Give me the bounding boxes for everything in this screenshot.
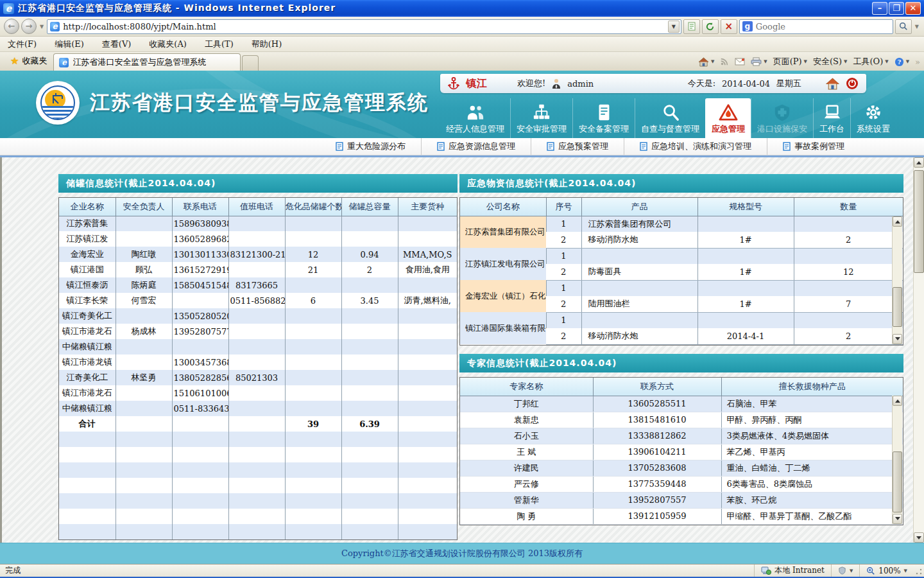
subnav-label: 事故案例管理	[794, 141, 844, 152]
table-cell	[172, 293, 228, 308]
page-scrollbar[interactable]	[913, 157, 924, 543]
column-header: 专家名称	[460, 378, 593, 396]
home-shortcut-button[interactable]	[826, 78, 839, 90]
table-cell	[285, 432, 341, 447]
crane-icon	[49, 92, 67, 106]
logout-button[interactable]	[846, 77, 859, 90]
nav-item-emergency-management[interactable]: 应急管理	[705, 98, 751, 138]
menu-edit[interactable]: 编辑(E)	[55, 39, 84, 50]
menu-favorites[interactable]: 收藏夹(A)	[149, 39, 187, 50]
table-cell	[172, 416, 228, 432]
tank-empty-row	[59, 524, 457, 539]
scroll-thumb[interactable]	[893, 451, 902, 512]
nav-item-safety-approval[interactable]: 安全审批管理	[510, 98, 572, 138]
search-button[interactable]	[895, 19, 912, 34]
status-text: 完成	[5, 565, 21, 576]
protected-mode-control[interactable]: ▼	[831, 565, 859, 577]
minimize-button[interactable]: –	[872, 2, 887, 15]
nav-label: 应急管理	[712, 123, 745, 135]
command-bar-overflow[interactable]: »	[915, 57, 920, 67]
refresh-button[interactable]	[702, 19, 719, 34]
table-cell	[285, 231, 341, 247]
subnav-plan-management[interactable]: 应急预案管理	[531, 138, 624, 155]
table-cell: 6	[285, 293, 341, 308]
history-dropdown-icon[interactable]: ▼	[38, 24, 45, 30]
nav-item-inspection[interactable]: 自查与督查管理	[635, 98, 705, 138]
new-tab-button[interactable]	[242, 55, 259, 71]
zoom-control[interactable]: 100% ▼	[859, 565, 914, 577]
table-cell: 13952807577	[172, 324, 228, 339]
table-cell	[794, 312, 903, 328]
nav-item-system-settings[interactable]: 系统设置	[850, 98, 896, 138]
table-cell	[116, 385, 172, 401]
nav-item-port-security[interactable]: 港口设施保安	[751, 98, 813, 138]
print-button[interactable]: ▼	[751, 57, 767, 66]
table-cell: 13013011330	[172, 247, 228, 262]
tank-total-row: 合计396.39	[59, 416, 457, 432]
subnav-accident-cases[interactable]: 事故案例管理	[767, 138, 860, 155]
window-titlebar: e 江苏省港口安全监管与应急管理系统 - Windows Internet Ex…	[0, 0, 924, 17]
url-dropdown-icon[interactable]: ▼	[668, 21, 680, 33]
back-button[interactable]: ←	[4, 19, 19, 34]
home-button[interactable]: ▼	[698, 57, 714, 67]
table-cell	[228, 308, 285, 324]
active-tab[interactable]: e 江苏省港口安全监管与应急管理系统	[53, 53, 241, 71]
table-cell: 2	[794, 328, 903, 344]
page-menu-button[interactable]: 页面(P)▼	[773, 56, 807, 67]
table-cell	[794, 248, 903, 264]
search-dropdown-icon[interactable]: ▼	[914, 24, 920, 30]
compatibility-view-button[interactable]	[683, 19, 700, 34]
table-cell: 甲醇、异丙醇、丙酮	[721, 412, 903, 428]
table-cell: 江奇美化工	[59, 370, 116, 385]
subnav-training-drill[interactable]: 应急培训、演练和演习管理	[624, 138, 767, 155]
nav-item-safety-record[interactable]: 安全备案管理	[572, 98, 635, 138]
search-input[interactable]	[756, 22, 890, 31]
favorites-button[interactable]: ★ 收藏夹	[4, 53, 53, 71]
subnav-resource-info[interactable]: 应急资源信息管理	[421, 138, 531, 155]
scroll-up-button[interactable]	[914, 157, 924, 168]
menu-help[interactable]: 帮助(H)	[252, 39, 282, 50]
table-cell: 合计	[59, 416, 116, 432]
table-cell: 13505280520	[172, 308, 228, 324]
scroll-thumb[interactable]	[914, 170, 924, 273]
menu-view[interactable]: 查看(V)	[102, 39, 132, 50]
nav-item-workbench[interactable]: 工作台	[813, 98, 850, 138]
scroll-down-button[interactable]	[893, 334, 902, 344]
url-input[interactable]	[63, 22, 665, 31]
table-cell	[398, 509, 457, 524]
table-cell: 2014-4-1	[697, 328, 794, 344]
scroll-thumb[interactable]	[893, 287, 902, 327]
resize-grip[interactable]	[914, 566, 923, 575]
table-cell	[116, 355, 172, 370]
scroll-up-button[interactable]	[893, 216, 902, 227]
menu-file[interactable]: 文件(F)	[8, 39, 37, 50]
protected-mode-icon	[838, 566, 846, 575]
menu-tools[interactable]: 工具(T)	[205, 39, 234, 50]
safety-menu-button[interactable]: 安全(S)▼	[813, 56, 847, 67]
table-cell: 移动消防水炮	[581, 328, 697, 344]
close-button[interactable]: ✕	[905, 2, 921, 15]
scroll-up-button[interactable]	[893, 396, 902, 406]
subnav-hazard-distribution[interactable]: 重大危险源分布	[320, 138, 421, 155]
table-cell	[228, 493, 285, 509]
forward-button[interactable]: →	[21, 19, 37, 34]
feeds-button[interactable]	[720, 57, 729, 66]
restore-button[interactable]: ❐	[889, 2, 904, 15]
column-header: 企业名称	[59, 198, 116, 216]
supplies-scrollbar[interactable]	[892, 216, 902, 344]
table-cell: 1#	[697, 264, 794, 280]
table-cell	[228, 355, 285, 370]
help-button[interactable]: ? ▼	[894, 57, 909, 67]
table-cell	[398, 493, 457, 509]
stop-button[interactable]: ×	[721, 19, 737, 34]
scroll-down-button[interactable]	[893, 514, 902, 524]
mail-button[interactable]	[735, 58, 745, 66]
tools-menu-button[interactable]: 工具(O)▼	[853, 56, 888, 67]
expert-row: 丁邦红13605285511石脑油、甲苯	[460, 396, 903, 412]
command-bar: ▼ ▼ 页面(P)▼ 安全(S)▼ 工具(O)▼ ? ▼ »	[698, 56, 920, 71]
expert-row: 严云修137753594486类毒害品、8类腐蚀品	[460, 476, 903, 492]
table-cell	[116, 462, 172, 478]
scroll-down-button[interactable]	[914, 532, 924, 543]
nav-item-operator-info[interactable]: 经营人信息管理	[440, 98, 510, 138]
experts-scrollbar[interactable]	[892, 396, 902, 524]
